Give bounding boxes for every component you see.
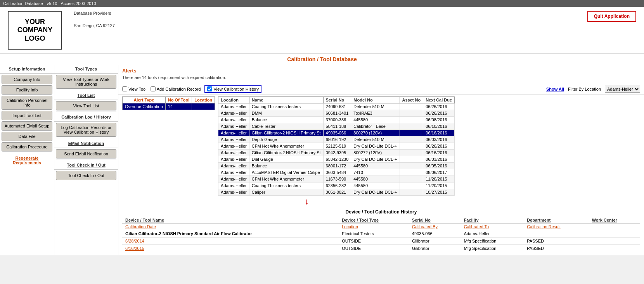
no-of-tool-col-header: No Of Tool bbox=[165, 97, 192, 103]
cell-serial: 68001-172 bbox=[323, 163, 351, 169]
arrow-indicator: ↓ bbox=[118, 197, 644, 206]
alert-table-row[interactable]: Overdue Calibration 14 bbox=[123, 103, 215, 110]
alert-type-cell: Overdue Calibration bbox=[123, 103, 166, 110]
cal-device-name-cell: Gilian Gilibrator-2 NIOSH Primary Standa… bbox=[122, 230, 339, 238]
cal-to-1: Mfg Specification bbox=[461, 238, 524, 245]
title-bar: Calibration Database - v5.10 - Access 20… bbox=[0, 0, 644, 7]
cell-name: Cable Tester bbox=[249, 123, 323, 130]
table-row[interactable]: Adams-Heller Gilian Gilibrator-2 NIOSH P… bbox=[218, 130, 455, 136]
cell-name: Gilian Gilibrator-2 NIOSH Primary St bbox=[249, 130, 323, 136]
header-center: Database Providers San Diego, CA 92127 bbox=[62, 11, 115, 28]
cell-asset bbox=[400, 189, 423, 196]
cal-by-subheader: Calibrated By bbox=[409, 224, 461, 230]
cell-model: 7410 bbox=[351, 169, 400, 176]
cal-by-1: Gilibrator bbox=[409, 238, 461, 245]
cal-date-1[interactable]: 6/28/2014 bbox=[122, 238, 339, 245]
table-row[interactable]: Adams-Heller Cable Tester 58411-188 Cali… bbox=[218, 123, 455, 130]
table-row[interactable]: Adams-Heller Caliper 0051-0021 Dry Cal D… bbox=[218, 189, 455, 196]
cal-history-section: Device / Tool Calibration History Device… bbox=[118, 206, 644, 255]
cell-serial: 0051-0021 bbox=[323, 189, 351, 196]
view-cal-history-box[interactable]: View Calibration History bbox=[204, 85, 261, 93]
facility-info-button[interactable]: Facility Info bbox=[2, 85, 52, 95]
table-row[interactable]: Adams-Heller Coating Thickness testers 2… bbox=[218, 103, 455, 110]
cal-date-2[interactable]: 6/16/2015 bbox=[122, 245, 339, 252]
alerts-title: Alerts bbox=[122, 68, 640, 74]
view-tool-checkbox[interactable] bbox=[122, 86, 127, 91]
cell-serial: 49035-066 bbox=[323, 130, 351, 136]
add-cal-record-checkbox[interactable] bbox=[151, 86, 156, 91]
cell-next-cal: 08/06/2017 bbox=[423, 169, 455, 176]
title-bar-text: Calibration Database - v5.10 - Access 20… bbox=[3, 1, 96, 6]
data-file-button[interactable]: Data File bbox=[2, 132, 52, 141]
name-header: Name bbox=[249, 97, 323, 103]
regenerate-requirements-link[interactable]: Regenerate Requirements bbox=[0, 153, 54, 168]
calibration-procedure-button[interactable]: Calibration Procedure bbox=[2, 142, 52, 151]
asset-header: Asset No bbox=[400, 97, 423, 103]
tool-check-header[interactable]: Tool Check In / Out bbox=[54, 161, 118, 170]
cell-model: 800272 (120V) bbox=[351, 150, 400, 156]
view-tool-types-button[interactable]: View Tool Types or Work Instructions bbox=[56, 75, 116, 89]
cell-serial: 37000-336 bbox=[323, 117, 351, 123]
cell-asset bbox=[400, 169, 423, 176]
table-row[interactable]: Adams-Heller CFM Hot Wire Anemometer 116… bbox=[218, 176, 455, 182]
cell-location: Adams-Heller bbox=[218, 130, 249, 136]
table-row[interactable]: Adams-Heller Balance 68001-172 445580 06… bbox=[218, 163, 455, 169]
view-tool-list-button[interactable]: View Tool List bbox=[56, 101, 116, 110]
cal-facility-header: Facility bbox=[461, 217, 524, 224]
cell-next-cal: 06/05/2016 bbox=[423, 163, 455, 169]
main-content: Alerts There are 14 tools / equipment wi… bbox=[118, 65, 644, 255]
cell-name: Coating Thickness testers bbox=[249, 103, 323, 110]
table-row[interactable]: Adams-Heller Depth Gauge 68016-192 Defen… bbox=[218, 136, 455, 143]
add-cal-record-checkbox-label[interactable]: Add Calibration Record bbox=[151, 86, 201, 91]
table-row[interactable]: Adams-Heller Balance 37000-336 445580 06… bbox=[218, 117, 455, 123]
table-row[interactable]: Adams-Heller Dial Gauge 65342-1230 Dry C… bbox=[218, 156, 455, 163]
log-cal-records-button[interactable]: Log Calibration Records or View Calibrat… bbox=[56, 123, 116, 137]
setup-information-header[interactable]: Setup Information bbox=[0, 65, 54, 74]
table-row[interactable]: Adams-Heller DMM 60681-3401 ToxiRAE3 06/… bbox=[218, 110, 455, 117]
email-notification-header[interactable]: EMail Notification bbox=[54, 139, 118, 148]
automated-email-setup-button[interactable]: Automated EMail Setup bbox=[2, 121, 52, 131]
table-controls: View Tool Add Calibration Record View Ca… bbox=[118, 83, 644, 95]
calibration-personnel-info-button[interactable]: Calibration Personnel Info bbox=[2, 96, 52, 110]
view-cal-history-checkbox[interactable] bbox=[207, 86, 212, 91]
tool-types-header[interactable]: Tool Types bbox=[54, 65, 118, 74]
show-all-link[interactable]: Show All bbox=[546, 87, 564, 91]
cell-name: AccuMASTER Digital Vernier Calipe bbox=[249, 169, 323, 176]
cell-location: Adams-Heller bbox=[218, 182, 249, 189]
cell-serial: 62856-282 bbox=[323, 182, 351, 189]
cal-log-header[interactable]: Calibration Log / History bbox=[54, 113, 118, 122]
db-providers-link[interactable]: Database Providers bbox=[74, 11, 115, 15]
filter-by-location-label: Filter By Location bbox=[568, 87, 601, 91]
view-tool-checkbox-label[interactable]: View Tool bbox=[122, 86, 147, 91]
tool-list-header[interactable]: Tool List bbox=[54, 91, 118, 100]
import-tool-list-button[interactable]: Import Tool List bbox=[2, 111, 52, 120]
cell-asset bbox=[400, 103, 423, 110]
company-info-button[interactable]: Company Info bbox=[2, 75, 52, 84]
cell-serial: 24090-681 bbox=[323, 103, 351, 110]
cell-asset bbox=[400, 143, 423, 150]
table-row[interactable]: Adams-Heller CFM Hot Wire Anemometer 521… bbox=[218, 143, 455, 150]
page-title: Calibration / Tool Database bbox=[0, 54, 644, 65]
quit-button[interactable]: Quit Application bbox=[587, 11, 636, 22]
location-col-header: Location bbox=[192, 97, 215, 103]
cell-model: Dry Cal DC-Lite DCL-+ bbox=[351, 156, 400, 163]
cell-asset bbox=[400, 136, 423, 143]
cell-asset bbox=[400, 176, 423, 182]
cell-asset bbox=[400, 150, 423, 156]
table-row[interactable]: Adams-Heller Gilian Gilibrator-2 NIOSH P… bbox=[218, 150, 455, 156]
cell-next-cal: 06/16/2016 bbox=[423, 150, 455, 156]
send-email-button[interactable]: Send EMail Notification bbox=[56, 149, 116, 158]
filter-location-select[interactable]: Adams-Heller bbox=[605, 86, 640, 93]
cell-name: Dial Gauge bbox=[249, 156, 323, 163]
alert-count-cell: 14 bbox=[165, 103, 192, 110]
cal-result-1: PASSED bbox=[524, 238, 589, 245]
cell-asset bbox=[400, 130, 423, 136]
cell-model: 445580 bbox=[351, 163, 400, 169]
table-row[interactable]: Adams-Heller Coating Thickness testers 6… bbox=[218, 182, 455, 189]
cal-to-subheader: Calibrated To bbox=[461, 224, 524, 230]
cell-next-cal: 06/26/2016 bbox=[423, 110, 455, 117]
cell-location: Adams-Heller bbox=[218, 123, 249, 130]
tool-check-in-out-button[interactable]: Tool Check In / Out bbox=[56, 171, 116, 180]
cell-name: Balance bbox=[249, 117, 323, 123]
table-row[interactable]: Adams-Heller AccuMASTER Digital Vernier … bbox=[218, 169, 455, 176]
